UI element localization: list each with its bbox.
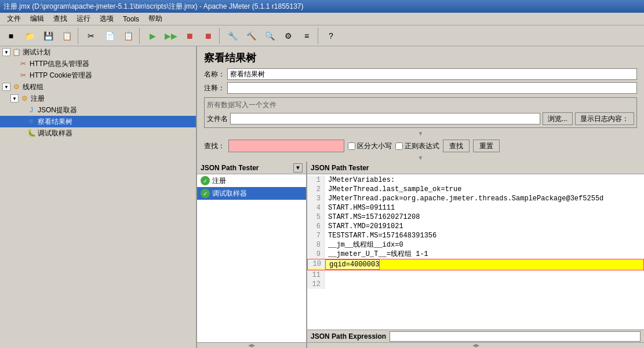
- case-sensitive-label: 区分大小写: [357, 141, 392, 151]
- toolbar: ■📁💾📋✂📄📋▶▶▶⏹⏹🔧🔨🔍⚙≡?: [0, 25, 644, 46]
- tree-label-thread-group: 线程组: [23, 82, 43, 92]
- title-bar: 注册.jmx (D:\program\apache-jmeter-5.1.1\b…: [0, 0, 644, 13]
- toolbar-btn-new[interactable]: ■: [2, 28, 20, 44]
- sample-label: 注册: [212, 176, 226, 186]
- left-split-title: JSON Path Tester: [201, 164, 259, 172]
- menu-item-帮助[interactable]: 帮助: [144, 13, 167, 25]
- tree-label-plan: 测试计划: [23, 47, 50, 57]
- json-path-label: JSON Path Expression: [311, 332, 386, 340]
- line-number: 6: [307, 222, 325, 231]
- toolbar-separator: [139, 28, 141, 44]
- menu-item-运行[interactable]: 运行: [72, 13, 95, 25]
- tree-item-json-extractor[interactable]: JJSON提取器: [0, 104, 196, 116]
- toolbar-btn-tool1[interactable]: 🔧: [224, 28, 241, 44]
- sample-item[interactable]: ✓注册: [197, 174, 306, 187]
- scroll-indicator-2: ▼: [197, 155, 644, 162]
- file-section: 所有数据写入一个文件 文件名 浏览... 显示日志内容：: [204, 97, 637, 128]
- toolbar-btn-stop[interactable]: ⏹: [181, 28, 198, 44]
- menu-bar: 文件编辑查找运行选项Tools帮助: [0, 13, 644, 25]
- line-content: gqid=4000003: [325, 259, 380, 270]
- toolbar-separator: [219, 28, 221, 44]
- toolbar-btn-help[interactable]: ?: [322, 28, 340, 44]
- sample-label: 调试取样器: [212, 189, 247, 199]
- search-input[interactable]: [228, 140, 344, 152]
- toolbar-btn-run2[interactable]: ▶▶: [162, 28, 180, 44]
- tree-item-http-header[interactable]: ✂HTTP信息头管理器: [0, 58, 196, 69]
- left-split: JSON Path Tester ▼ ✓注册✓调试取样器 ◀▶: [197, 162, 307, 348]
- file-section-title: 所有数据写入一个文件: [207, 100, 634, 110]
- tree-icon-register: ⚙: [20, 94, 29, 103]
- line-number: 7: [307, 231, 325, 240]
- toolbar-btn-templates[interactable]: 📁: [21, 28, 38, 44]
- menu-item-查找[interactable]: 查找: [49, 13, 72, 25]
- json-path-footer: JSON Path Expression: [307, 329, 644, 342]
- menu-item-选项[interactable]: 选项: [95, 13, 118, 25]
- toolbar-btn-copy[interactable]: 📄: [101, 28, 118, 44]
- toolbar-btn-stop2[interactable]: ⏹: [199, 28, 217, 44]
- line-number: 11: [307, 270, 325, 280]
- name-input[interactable]: [227, 68, 637, 80]
- tree-item-http-cookie[interactable]: ✂HTTP Cookie管理器: [0, 69, 196, 81]
- scroll-indicator: ▼: [197, 130, 644, 137]
- panel-title: 察看结果树: [197, 46, 644, 67]
- tree-label-http-header: HTTP信息头管理器: [30, 59, 89, 69]
- line-number: 8: [307, 240, 325, 250]
- left-split-dropdown[interactable]: ▼: [293, 163, 303, 173]
- tree-icon-http-header: ✂: [19, 59, 28, 68]
- name-row: 名称：: [197, 67, 644, 81]
- find-button[interactable]: 查找: [443, 140, 470, 152]
- file-input[interactable]: [230, 113, 540, 124]
- json-path-input[interactable]: [390, 331, 641, 342]
- code-line: 9__jmeter_U_T__=线程组 1-1: [307, 250, 644, 259]
- tree-label-http-cookie: HTTP Cookie管理器: [30, 71, 92, 80]
- tree-item-plan[interactable]: ▼📋测试计划: [0, 46, 196, 58]
- tree-item-register[interactable]: ▼⚙注册: [0, 93, 196, 104]
- tree-toggle-register[interactable]: ▼: [10, 94, 19, 102]
- comment-input[interactable]: [227, 82, 637, 94]
- tree-item-thread-group[interactable]: ▼⚙线程组: [0, 81, 196, 93]
- search-row: 查找： 区分大小写 正则表达式 查找 重置: [197, 137, 644, 155]
- toolbar-btn-save-as[interactable]: 📋: [58, 28, 75, 44]
- line-content: START.MS=1571620271208: [325, 213, 420, 222]
- code-line: 6START.YMD=20191021: [307, 222, 644, 231]
- case-sensitive-group: 区分大小写: [348, 141, 392, 151]
- right-split: JSON Path Tester 1JMeterVariables:2JMete…: [307, 162, 644, 348]
- toolbar-separator: [78, 28, 80, 44]
- code-line: 5START.MS=1571620271208: [307, 213, 644, 222]
- code-line: 1JMeterVariables:: [307, 175, 644, 185]
- toolbar-btn-search[interactable]: 🔍: [261, 28, 278, 44]
- line-content: TESTSTART.MS=1571648391356: [325, 231, 436, 240]
- tree-item-debug-sampler[interactable]: 🐛调试取样器: [0, 127, 196, 139]
- case-sensitive-checkbox[interactable]: [348, 142, 355, 150]
- toolbar-btn-save[interactable]: 💾: [39, 28, 57, 44]
- tree-toggle-thread-group[interactable]: ▼: [2, 83, 10, 91]
- reset-button[interactable]: 重置: [473, 140, 500, 152]
- menu-item-Tools[interactable]: Tools: [118, 14, 144, 24]
- browse-button[interactable]: 浏览...: [543, 112, 573, 125]
- file-label: 文件名: [207, 114, 228, 124]
- menu-item-编辑[interactable]: 编辑: [26, 13, 49, 25]
- toolbar-btn-settings[interactable]: ⚙: [279, 28, 297, 44]
- log-button[interactable]: 显示日志内容：: [575, 112, 634, 125]
- toolbar-btn-tool2[interactable]: 🔨: [242, 28, 260, 44]
- toolbar-btn-paste[interactable]: 📋: [119, 28, 137, 44]
- code-line: 3JMeterThread.pack=org.apache.jmeter.thr…: [307, 194, 644, 203]
- line-content: JMeterThread.pack=org.apache.jmeter.thre…: [325, 194, 603, 203]
- sample-item[interactable]: ✓调试取样器: [197, 187, 306, 200]
- menu-item-文件[interactable]: 文件: [2, 13, 26, 25]
- regex-checkbox[interactable]: [395, 142, 403, 150]
- tree-label-debug-sampler: 调试取样器: [38, 129, 72, 138]
- code-area: 1JMeterVariables:2JMeterThread.last_samp…: [307, 174, 644, 329]
- regex-group: 正则表达式: [395, 141, 439, 151]
- toolbar-btn-list[interactable]: ≡: [298, 28, 315, 44]
- right-split-scroll: ◀▶: [307, 342, 644, 348]
- tree-item-view-result-tree[interactable]: 👁察看结果树: [0, 116, 196, 127]
- toolbar-btn-cut[interactable]: ✂: [82, 28, 100, 44]
- right-split-title: JSON Path Tester: [311, 164, 369, 172]
- line-content: JMeterThread.last_sample_ok=true: [325, 185, 461, 194]
- toolbar-btn-run[interactable]: ▶: [144, 28, 161, 44]
- tree-toggle-plan[interactable]: ▼: [2, 48, 10, 56]
- tree-icon-debug-sampler: 🐛: [27, 129, 36, 138]
- left-panel: ▼📋测试计划✂HTTP信息头管理器✂HTTP Cookie管理器▼⚙线程组▼⚙注…: [0, 46, 197, 348]
- code-line: 7TESTSTART.MS=1571648391356: [307, 231, 644, 240]
